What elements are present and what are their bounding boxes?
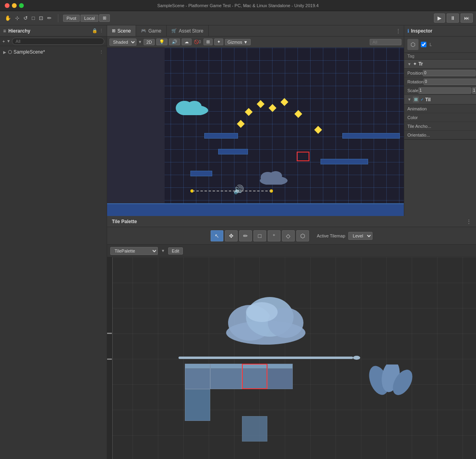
svg-point-5 (269, 171, 282, 181)
step-button[interactable]: ⏭ (461, 14, 473, 23)
hierarchy-panel: ≡ Hierarchy 🔒 ⋮ + ▼ ▶ ⬡ SampleScene* ⋮ (0, 25, 107, 459)
transform-header[interactable]: ▼ ✦ Tr (404, 60, 476, 69)
pivot-button[interactable]: Pivot (63, 15, 80, 22)
traffic-lights (5, 3, 24, 8)
scene-icon: ⬡ (8, 49, 12, 55)
audio-button[interactable]: 🔊 (169, 39, 180, 45)
scene-arrow: ▶ (3, 50, 6, 54)
2d-button[interactable]: 2D (144, 39, 155, 45)
scale-label: Scale (407, 88, 418, 93)
palette-selection-box (242, 364, 267, 389)
overlay-button[interactable]: ⊞ (203, 39, 213, 45)
tab-asset-store[interactable]: 🛒 Asset Store (167, 25, 209, 36)
asset-tab-label: Asset Store (179, 28, 203, 34)
maximize-button[interactable] (19, 3, 24, 8)
scene-viewport[interactable]: 🔊 (107, 48, 404, 216)
shading-select[interactable]: Shaded (109, 39, 136, 46)
tab-game[interactable]: 🎮 Game (136, 25, 167, 36)
palette-tile-bottom (242, 416, 267, 442)
hand-tool[interactable]: ✋ (3, 14, 13, 22)
tilemap-header[interactable]: ▼ ⊞ ✓ Til (404, 95, 476, 104)
hierarchy-add[interactable]: + (2, 39, 5, 44)
active-tilemap-row: Active Tilemap Level (317, 232, 373, 240)
ruler-mark-2 (107, 359, 112, 360)
scale-x[interactable] (418, 87, 471, 94)
transform-tool[interactable]: ⊡ (37, 14, 45, 22)
tile-mid-top (211, 364, 242, 369)
palette-tile-lower-left (185, 389, 210, 421)
tab-more[interactable]: ⋮ (393, 28, 404, 34)
add-arrow: ▼ (6, 39, 10, 43)
top-area: ⊞ Scene 🎮 Game 🛒 Asset Store ⋮ (107, 25, 476, 216)
light-button[interactable]: 💡 (156, 39, 167, 45)
scale-y[interactable] (472, 87, 476, 94)
move-tool[interactable]: ⊹ (13, 14, 21, 22)
gem-3 (270, 105, 275, 111)
hierarchy-options[interactable]: ⋮ (99, 28, 104, 33)
hierarchy-scene-item[interactable]: ▶ ⬡ SampleScene* ⋮ (0, 48, 107, 56)
inspector-header: ℹ Inspector (404, 25, 476, 37)
tp-fill-tool[interactable]: ⬡ (296, 230, 309, 241)
custom-tool[interactable]: ✏ (46, 14, 53, 22)
active-tilemap-label: Active Tilemap (317, 233, 345, 238)
tile-top (185, 364, 210, 369)
position-label: Position (407, 71, 423, 75)
gem-7 (315, 127, 321, 133)
tilemap-title: Til (425, 97, 431, 102)
tp-move-tool[interactable]: ✥ (225, 230, 238, 241)
local-button[interactable]: Local (81, 15, 98, 22)
ground-platform (107, 203, 404, 216)
animation-label: Animation (407, 106, 437, 111)
tile-palette-more[interactable]: ⋮ (466, 219, 471, 224)
tilemap-select[interactable]: Level (348, 232, 372, 240)
stats-button[interactable]: ✦ (214, 39, 223, 45)
gem-5 (238, 121, 244, 127)
tile-canvas[interactable] (107, 257, 476, 459)
pause-button[interactable]: ⏸ (447, 14, 459, 23)
svg-point-2 (187, 101, 202, 112)
grid-button[interactable]: ⊞ (99, 14, 110, 22)
tab-scene[interactable]: ⊞ Scene (107, 25, 136, 36)
game-tab-icon: 🎮 (141, 28, 146, 33)
tp-select-tool[interactable]: ↖ (211, 230, 223, 241)
scene-game-area: ⊞ Scene 🎮 Game 🛒 Asset Store ⋮ (107, 25, 404, 216)
palette-line-cap (353, 356, 360, 360)
pos-x[interactable] (423, 70, 476, 76)
obj-active-checkbox[interactable] (421, 42, 426, 47)
scene-search[interactable] (370, 39, 401, 45)
hierarchy-search[interactable] (12, 38, 104, 45)
palette-tile-left (185, 364, 210, 389)
color-label: Color (407, 115, 437, 120)
close-button[interactable] (5, 3, 10, 8)
hierarchy-lock[interactable]: 🔒 (92, 28, 98, 33)
gem-2 (258, 101, 263, 107)
color-row: Color (404, 113, 476, 122)
tp-erase-tool[interactable]: ◇ (282, 230, 295, 241)
rot-x[interactable] (424, 79, 476, 85)
tp-paint-tool[interactable]: ✏ (239, 230, 252, 241)
platform-lower-left (190, 171, 212, 176)
rotate-tool[interactable]: ↺ (22, 14, 29, 22)
minimize-button[interactable] (12, 3, 17, 8)
tile-anchor-row: Tile Ancho... (404, 122, 476, 131)
scene-options[interactable]: ⋮ (99, 50, 104, 55)
play-button[interactable]: ▶ (434, 14, 445, 23)
transform-icon: ✦ (413, 61, 417, 67)
palette-dropdown[interactable]: TilePalette (110, 247, 158, 255)
platform-right (342, 133, 400, 139)
edit-button[interactable]: Edit (168, 247, 183, 255)
tp-pick-tool[interactable]: ⁺ (268, 230, 280, 241)
titlebar: SampleScene - Platformer Game Test - PC,… (0, 0, 476, 11)
rotation-row: Rotation (404, 77, 476, 86)
game-tab-label: Game (148, 28, 161, 34)
effects-button[interactable]: ☁ (182, 39, 192, 45)
play-controls: ▶ ⏸ ⏭ (434, 14, 473, 23)
path-line (192, 191, 272, 191)
hierarchy-content: ▶ ⬡ SampleScene* ⋮ (0, 46, 107, 459)
gizmos-button[interactable]: Gizmos ▼ (225, 39, 251, 45)
rotation-fields (424, 79, 476, 85)
scale-fields (418, 87, 476, 94)
orientation-row: Orientatio... (404, 131, 476, 139)
tp-box-tool[interactable]: □ (253, 230, 266, 241)
rect-tool[interactable]: □ (30, 14, 36, 22)
